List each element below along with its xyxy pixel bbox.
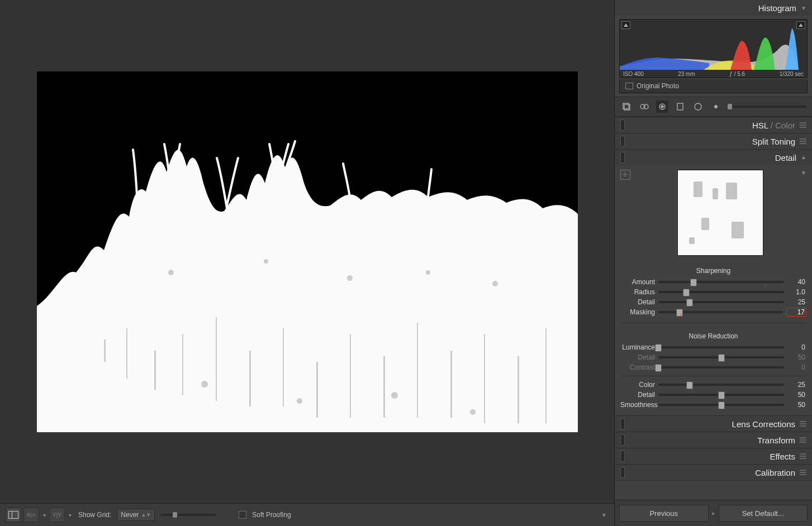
sharpening-slider[interactable] <box>658 311 783 313</box>
noise-reduction-slider[interactable] <box>658 404 784 406</box>
noise-reduction-label: Detail <box>620 353 655 361</box>
original-photo-toggle[interactable]: Original Photo <box>619 79 808 93</box>
calibration-title: Calibration <box>755 468 795 477</box>
noise-reduction-value[interactable]: 0 <box>787 364 806 371</box>
noise-reduction-slider[interactable] <box>658 366 784 369</box>
slider-thumb[interactable] <box>718 401 725 409</box>
svg-rect-6 <box>249 351 251 407</box>
slider-thumb[interactable] <box>676 309 683 317</box>
svg-point-19 <box>426 270 430 275</box>
noise-reduction-slider[interactable] <box>658 394 784 396</box>
panel-switch[interactable] <box>620 152 625 163</box>
button-divider-caret[interactable]: ▸ <box>712 505 715 522</box>
slider-thumb[interactable] <box>686 381 693 389</box>
sharpening-value[interactable]: 40 <box>787 278 806 286</box>
slider-thumb[interactable] <box>718 354 725 362</box>
noise-reduction-label: Color <box>620 381 655 389</box>
panel-switch[interactable] <box>620 434 625 446</box>
secondary-toolbar: B|A ▾ Y|Y ▾ Show Grid: Never ▲▼ Soft Pro… <box>0 503 614 526</box>
sharpening-value[interactable]: 1.0 <box>787 288 806 296</box>
view-compare-button[interactable]: Y|Y <box>49 508 65 522</box>
toolbar-options-menu[interactable]: ▼ <box>600 510 609 519</box>
detail-panel-header[interactable]: Detail ▼ <box>615 150 812 165</box>
effects-panel-header[interactable]: Effects <box>615 448 812 464</box>
svg-rect-12 <box>450 351 452 418</box>
detail-loupe-disclosure[interactable]: ▼ <box>801 170 806 176</box>
adjustment-brush-tool-button[interactable] <box>710 101 722 113</box>
svg-point-33 <box>714 105 718 108</box>
noise-reduction-slider[interactable] <box>658 346 784 348</box>
histogram-display[interactable]: ISO 400 23 mm ƒ / 5.6 1/320 sec <box>619 19 808 78</box>
hsl-color-panel-header[interactable]: HSL / Color <box>615 117 812 133</box>
noise-reduction-row: Detail50 <box>620 352 806 362</box>
chevron-down-icon: ▼ <box>801 5 806 11</box>
histogram-iso: ISO 400 <box>623 71 644 77</box>
sharpening-label: Detail <box>620 298 655 306</box>
sharpening-value[interactable]: 17 <box>786 308 806 317</box>
crop-tool-button[interactable] <box>620 101 633 113</box>
panel-switch[interactable] <box>620 467 625 478</box>
panel-switch[interactable] <box>620 136 625 147</box>
view-before-after-button[interactable]: B|A <box>23 508 39 522</box>
slider-thumb[interactable] <box>683 289 690 297</box>
transform-panel-header[interactable]: Transform <box>615 432 812 448</box>
noise-reduction-row: Detail50 <box>620 390 806 400</box>
redeye-tool-button[interactable] <box>656 101 668 113</box>
sharpening-slider[interactable] <box>658 301 784 303</box>
tool-strip <box>615 97 812 117</box>
sharpening-label: Masking <box>620 308 655 316</box>
noise-reduction-value[interactable]: 50 <box>787 391 806 399</box>
view-compare-menu-caret[interactable]: ▾ <box>67 512 73 518</box>
sharpening-row: Detail25 <box>620 297 806 307</box>
slider-thumb[interactable] <box>686 299 693 307</box>
noise-reduction-row: Contrast0 <box>620 362 806 372</box>
view-ba-menu-caret[interactable]: ▾ <box>41 512 47 518</box>
sharpening-value[interactable]: 25 <box>787 298 806 306</box>
svg-point-28 <box>644 104 648 109</box>
noise-reduction-value[interactable]: 25 <box>787 381 806 389</box>
noise-reduction-value[interactable]: 50 <box>787 353 806 361</box>
panel-switch[interactable] <box>620 119 625 131</box>
grid-size-slider[interactable] <box>160 514 216 516</box>
divider <box>620 323 806 323</box>
svg-rect-1 <box>104 339 106 362</box>
panel-switch[interactable] <box>620 418 625 429</box>
histogram-shutter: 1/320 sec <box>780 71 804 77</box>
show-grid-label: Show Grid: <box>78 511 111 519</box>
detail-target-picker[interactable] <box>620 170 630 180</box>
histogram-panel-header[interactable]: Histogram ▼ <box>615 0 812 16</box>
lens-corrections-panel-header[interactable]: Lens Corrections <box>615 416 812 432</box>
svg-rect-5 <box>216 317 217 401</box>
previous-button[interactable]: Previous <box>619 505 709 522</box>
default-marker <box>681 314 681 317</box>
detail-loupe-preview[interactable] <box>677 170 763 256</box>
set-default-button[interactable]: Set Default... <box>719 505 808 522</box>
slider-thumb[interactable] <box>690 279 697 286</box>
soft-proofing-checkbox[interactable] <box>239 511 246 519</box>
split-toning-panel-header[interactable]: Split Toning <box>615 133 812 149</box>
slider-thumb[interactable] <box>655 344 662 352</box>
graduated-filter-tool-button[interactable] <box>674 101 686 113</box>
noise-reduction-label: Luminance <box>620 343 655 351</box>
sharpening-slider[interactable] <box>658 281 784 283</box>
svg-point-21 <box>201 381 208 388</box>
noise-reduction-value[interactable]: 50 <box>787 401 806 409</box>
calibration-panel-header[interactable]: Calibration <box>615 465 812 480</box>
slider-thumb[interactable] <box>655 364 662 372</box>
spot-removal-tool-button[interactable] <box>638 101 650 113</box>
noise-reduction-slider[interactable] <box>658 356 784 358</box>
tool-size-slider[interactable] <box>728 106 806 108</box>
noise-reduction-row: Color25 <box>620 380 806 390</box>
histogram-title: Histogram <box>758 3 796 13</box>
radial-filter-tool-button[interactable] <box>692 101 704 113</box>
show-grid-select[interactable]: Never ▲▼ <box>117 509 155 521</box>
noise-reduction-slider[interactable] <box>658 384 784 386</box>
sharpening-slider[interactable] <box>658 291 784 293</box>
view-loupe-button[interactable] <box>6 508 21 522</box>
noise-reduction-value[interactable]: 0 <box>787 343 806 351</box>
image-canvas[interactable] <box>0 0 614 503</box>
panel-switch[interactable] <box>620 451 625 462</box>
noise-reduction-label: Detail <box>620 391 655 399</box>
slider-thumb[interactable] <box>718 391 725 399</box>
svg-point-23 <box>391 392 398 399</box>
